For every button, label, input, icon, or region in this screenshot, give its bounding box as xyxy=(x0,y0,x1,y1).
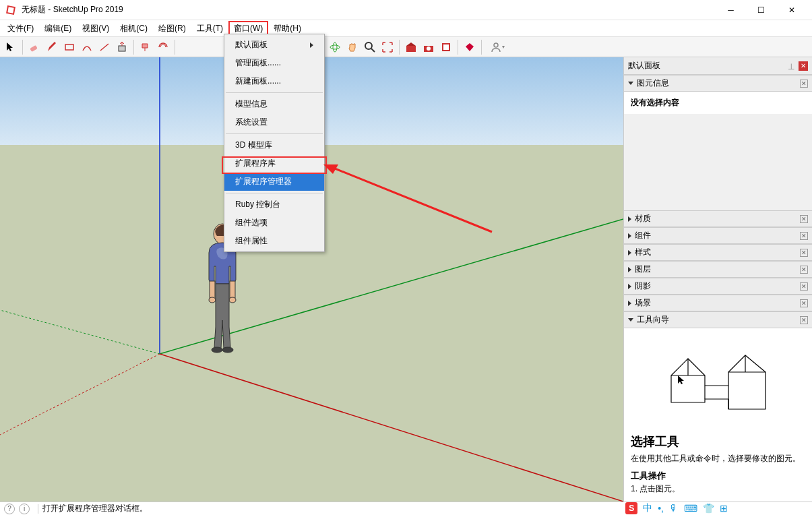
collapse-button[interactable]: ✕ xyxy=(800,299,808,307)
svg-line-10 xyxy=(371,49,375,52)
info-icon[interactable]: i xyxy=(19,504,30,514)
layout-button[interactable] xyxy=(438,39,454,55)
orbit-tool-button[interactable] xyxy=(327,39,343,55)
close-tray-button[interactable]: ✕ xyxy=(799,61,808,71)
ext-warehouse-button[interactable] xyxy=(420,39,437,55)
close-button[interactable]: ✕ xyxy=(776,0,807,20)
ime-keyboard-icon[interactable]: ⌨ xyxy=(684,503,697,514)
window-title: 无标题 - SketchUp Pro 2019 xyxy=(22,4,716,16)
chevron-right-icon xyxy=(628,216,631,222)
svg-point-13 xyxy=(427,47,431,51)
svg-point-16 xyxy=(494,43,498,47)
separator xyxy=(481,40,482,55)
title-bar: 无标题 - SketchUp Pro 2019 ─ ☐ ✕ xyxy=(0,0,812,20)
select-tool-button[interactable] xyxy=(3,39,19,55)
collapse-button[interactable]: ✕ xyxy=(800,316,808,324)
svg-rect-15 xyxy=(443,44,449,50)
menu-preferences[interactable]: 系统设置 xyxy=(224,113,324,131)
menu-separator xyxy=(226,193,323,193)
arc-tool-button[interactable] xyxy=(79,39,95,55)
tray-gap xyxy=(624,114,812,210)
svg-point-8 xyxy=(333,42,337,52)
menu-view[interactable]: 视图(V) xyxy=(77,21,115,36)
menu-manage-trays[interactable]: 管理面板...... xyxy=(224,54,324,72)
help-icon[interactable]: ? xyxy=(4,504,15,514)
chevron-right-icon xyxy=(628,250,631,255)
collapse-button[interactable]: ✕ xyxy=(800,249,808,257)
ime-lang[interactable]: 中 xyxy=(643,502,652,514)
collapse-button[interactable]: ✕ xyxy=(800,80,808,88)
collapse-button[interactable]: ✕ xyxy=(800,232,808,240)
svg-point-28 xyxy=(229,297,236,303)
menu-comp-attrs[interactable]: 组件属性 xyxy=(224,232,324,250)
menu-ruby-console[interactable]: Ruby 控制台 xyxy=(224,195,324,214)
ime-skin-icon[interactable]: 👕 xyxy=(703,503,714,514)
rect-tool-button[interactable] xyxy=(61,39,77,55)
pin-icon[interactable]: ⊥ xyxy=(788,62,796,70)
menu-default-tray[interactable]: 默认面板 xyxy=(224,36,324,54)
ime-indicator[interactable]: S 中 •, 🎙 ⌨ 👕 ⊞ xyxy=(625,502,728,515)
menu-ext-warehouse[interactable]: 扩展程序库 xyxy=(224,154,324,173)
menu-separator xyxy=(226,92,323,93)
paint-tool-button[interactable] xyxy=(137,39,154,55)
offset-tool-button[interactable] xyxy=(155,39,171,55)
pencil-tool-button[interactable] xyxy=(44,39,60,55)
section-components[interactable]: 组件✕ xyxy=(624,227,812,244)
submenu-arrow-icon xyxy=(310,42,313,48)
menu-edit[interactable]: 编辑(E) xyxy=(39,21,77,36)
minimize-button[interactable]: ─ xyxy=(716,0,746,20)
collapse-button[interactable]: ✕ xyxy=(800,266,808,274)
menu-model-info[interactable]: 模型信息 xyxy=(224,95,324,113)
app-icon xyxy=(5,5,16,16)
svg-point-30 xyxy=(222,347,233,353)
chevron-down-icon xyxy=(628,318,633,322)
window-menu-dropdown: 默认面板 管理面板...... 新建面板...... 模型信息 系统设置 3D … xyxy=(224,34,325,252)
pushpull-tool-button[interactable] xyxy=(114,39,130,55)
collapse-button[interactable]: ✕ xyxy=(800,282,808,291)
instructor-ops-title: 工具操作 xyxy=(631,470,805,482)
entity-info-body: 没有选择内容 xyxy=(624,92,812,114)
svg-point-27 xyxy=(209,297,216,303)
maximize-button[interactable]: ☐ xyxy=(746,0,776,20)
section-scenes[interactable]: 场景✕ xyxy=(624,295,812,311)
separator xyxy=(175,40,175,55)
svg-rect-3 xyxy=(65,44,73,50)
section-layers[interactable]: 图层✕ xyxy=(624,261,812,278)
line-tool-button[interactable] xyxy=(96,39,113,55)
menu-new-tray[interactable]: 新建面板...... xyxy=(224,72,324,90)
instructor-step: 1. 点击图元。 xyxy=(631,483,805,495)
sogou-icon[interactable]: S xyxy=(625,502,637,514)
ime-grid-icon[interactable]: ⊞ xyxy=(720,503,728,514)
svg-rect-4 xyxy=(119,46,125,51)
section-shadows[interactable]: 阴影✕ xyxy=(624,278,812,295)
tray-header[interactable]: 默认面板 ⊥ ✕ xyxy=(624,57,812,75)
separator xyxy=(399,40,400,55)
status-text: 打开扩展程序管理器对话框。 xyxy=(42,503,148,514)
menu-tools[interactable]: 工具(T) xyxy=(191,21,228,36)
pan-tool-button[interactable] xyxy=(344,39,361,55)
zoom-extents-button[interactable] xyxy=(379,39,396,55)
user-button[interactable]: ▾ xyxy=(485,39,509,55)
section-entity-info[interactable]: 图元信息 ✕ xyxy=(624,75,812,92)
warehouse-button[interactable] xyxy=(403,39,419,55)
section-materials[interactable]: 材质✕ xyxy=(624,210,812,227)
eraser-tool-button[interactable] xyxy=(26,39,42,55)
tray-title: 默认面板 xyxy=(628,60,660,71)
menu-separator xyxy=(226,133,323,134)
menu-bar: 文件(F) 编辑(E) 视图(V) 相机(C) 绘图(R) 工具(T) 窗口(W… xyxy=(0,20,812,37)
ime-punct[interactable]: •, xyxy=(658,503,664,514)
svg-point-7 xyxy=(330,45,340,49)
menu-comp-options[interactable]: 组件选项 xyxy=(224,214,324,232)
menu-ext-manager[interactable]: 扩展程序管理器 xyxy=(224,173,324,191)
section-instructor[interactable]: 工具向导✕ xyxy=(624,311,812,328)
menu-draw[interactable]: 绘图(R) xyxy=(153,21,191,36)
ruby-button[interactable] xyxy=(462,39,478,55)
menu-3d-warehouse[interactable]: 3D 模型库 xyxy=(224,136,324,154)
menu-file[interactable]: 文件(F) xyxy=(2,21,39,36)
section-styles[interactable]: 样式✕ xyxy=(624,244,812,261)
svg-rect-2 xyxy=(30,44,38,51)
ime-mic-icon[interactable]: 🎙 xyxy=(669,503,679,514)
zoom-tool-button[interactable] xyxy=(362,39,378,55)
menu-camera[interactable]: 相机(C) xyxy=(115,21,153,36)
collapse-button[interactable]: ✕ xyxy=(800,215,808,223)
